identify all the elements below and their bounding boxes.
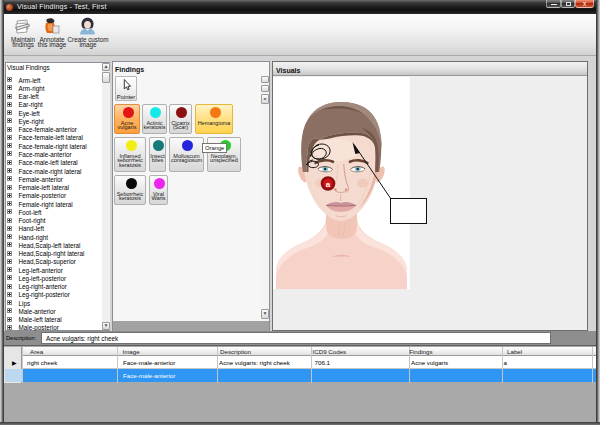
svg-text:a: a	[326, 180, 331, 189]
